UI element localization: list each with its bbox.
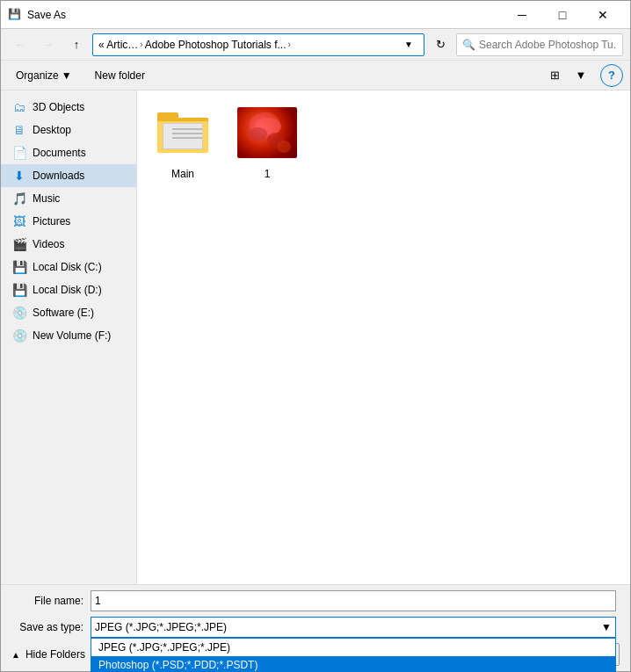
sidebar-label-videos: Videos (33, 238, 64, 250)
sidebar-item-3d-objects[interactable]: 🗂 3D Objects (1, 96, 136, 119)
folder-icon-wrap-main (151, 101, 214, 164)
title-bar-buttons: ─ □ ✕ (502, 1, 623, 29)
file-name-label: File name: (11, 595, 91, 607)
organize-label: Organize (16, 69, 59, 82)
view-mode-button[interactable]: ⊞ (542, 64, 567, 87)
up-button[interactable]: ↑ (64, 33, 89, 56)
new-volume-f-icon: 💿 (11, 328, 27, 343)
address-part2: Adobe Photoshop Tutorials f... (145, 39, 286, 51)
search-icon: 🔍 (462, 39, 475, 51)
file-type-select-container: JPEG (*.JPG;*.JPEG;*.JPE) ▼ JPEG (*.JPG;… (91, 617, 616, 638)
img-overlay-3 (277, 141, 291, 153)
close-button[interactable]: ✕ (583, 1, 623, 29)
back-button[interactable]: ← (8, 33, 33, 56)
address-part1: « Artic… (98, 39, 138, 51)
address-bar[interactable]: « Artic… › Adobe Photoshop Tutorials f..… (92, 33, 424, 56)
type-dropdown-icon: ▼ (601, 621, 612, 633)
file-name-row: File name: (11, 590, 620, 611)
minimize-button[interactable]: ─ (502, 1, 542, 29)
address-sep1: › (140, 40, 142, 49)
new-folder-button[interactable]: New folder (87, 66, 153, 85)
file-type-row: Save as type: JPEG (*.JPG;*.JPEG;*.JPE) … (11, 617, 620, 638)
videos-icon: 🎬 (11, 236, 27, 252)
file-area: Main 1 (137, 90, 630, 584)
sidebar-label-local-d: Local Disk (D:) (33, 284, 102, 296)
sidebar-label-3d-objects: 3D Objects (33, 101, 84, 113)
local-c-icon: 💾 (11, 259, 27, 275)
address-dropdown-button[interactable]: ▼ (399, 35, 418, 54)
desktop-icon: 🖥 (11, 122, 27, 138)
search-input[interactable] (479, 39, 617, 51)
sidebar-item-music[interactable]: 🎵 Music (1, 187, 136, 210)
sidebar-item-pictures[interactable]: 🖼 Pictures (1, 210, 136, 233)
toolbar: ← → ↑ « Artic… › Adobe Photoshop Tutoria… (1, 29, 630, 61)
dialog-icon: 💾 (8, 8, 22, 22)
main-content: 🗂 3D Objects 🖥 Desktop 📄 Documents ⬇ Dow… (1, 90, 630, 584)
sidebar: 🗂 3D Objects 🖥 Desktop 📄 Documents ⬇ Dow… (1, 90, 137, 584)
sidebar-item-documents[interactable]: 📄 Documents (1, 141, 136, 164)
3d-objects-icon: 🗂 (11, 99, 27, 115)
dropdown-list: JPEG (*.JPG;*.JPEG;*.JPE) Photoshop (*.P… (91, 638, 616, 672)
sidebar-item-new-volume-f[interactable]: 💿 New Volume (F:) (1, 324, 136, 347)
address-sep2: › (287, 40, 290, 49)
view-dropdown-button[interactable]: ▼ (569, 64, 593, 87)
hide-folders-label: Hide Folders (25, 648, 85, 661)
search-bar: 🔍 (456, 33, 623, 56)
refresh-button[interactable]: ↻ (428, 33, 453, 56)
sidebar-item-videos[interactable]: 🎬 Videos (1, 233, 136, 256)
organize-chevron-icon: ▼ (62, 69, 72, 82)
save-as-dialog: 💾 Save As ─ □ ✕ ← → ↑ « Artic… › Adobe P… (0, 0, 631, 672)
help-button[interactable]: ? (600, 64, 623, 87)
folder-front (157, 121, 208, 153)
local-d-icon: 💾 (11, 282, 27, 298)
dropdown-item-jpeg[interactable]: JPEG (*.JPG;*.JPEG;*.JPE) (91, 639, 615, 656)
music-icon: 🎵 (11, 191, 27, 206)
current-type-label: JPEG (*.JPG;*.JPEG;*.JPE) (95, 621, 227, 633)
organize-button[interactable]: Organize ▼ (8, 66, 80, 85)
sidebar-label-music: Music (33, 192, 60, 205)
hide-folders-chevron-icon: ▲ (11, 650, 20, 660)
folder-icon-main (157, 112, 208, 153)
file-item-1[interactable]: 1 (232, 101, 302, 180)
organizer-bar: Organize ▼ New folder ⊞ ▼ ? (1, 61, 630, 90)
sidebar-label-new-volume-f: New Volume (F:) (33, 329, 111, 342)
folder-line-2 (172, 133, 202, 134)
dialog-title: Save As (27, 9, 502, 21)
files-grid: Main 1 (148, 101, 620, 180)
downloads-icon: ⬇ (11, 168, 27, 184)
maximize-button[interactable]: □ (542, 1, 583, 29)
folder-lines (172, 128, 202, 141)
file-item-main[interactable]: Main (148, 101, 218, 180)
sidebar-label-local-c: Local Disk (C:) (33, 261, 102, 273)
software-e-icon: 💿 (11, 305, 27, 321)
sidebar-item-local-d[interactable]: 💾 Local Disk (D:) (1, 278, 136, 301)
hide-folders-row[interactable]: ▲ Hide Folders (11, 645, 85, 664)
address-parts: « Artic… › Adobe Photoshop Tutorials f..… (98, 39, 395, 51)
sidebar-item-software-e[interactable]: 💿 Software (E:) (1, 301, 136, 324)
sidebar-item-downloads[interactable]: ⬇ Downloads (1, 164, 136, 187)
file-name-input[interactable] (91, 590, 616, 611)
bottom-area: File name: Save as type: JPEG (*.JPG;*.J… (1, 584, 630, 671)
sidebar-label-desktop: Desktop (33, 124, 71, 136)
save-as-type-label: Save as type: (11, 621, 91, 633)
file-label-1: 1 (265, 168, 271, 180)
folder-paper (163, 123, 203, 149)
sidebar-item-desktop[interactable]: 🖥 Desktop (1, 119, 136, 141)
sidebar-label-software-e: Software (E:) (33, 307, 94, 319)
sidebar-label-pictures: Pictures (33, 215, 70, 228)
sidebar-label-downloads: Downloads (33, 170, 84, 182)
image-icon-wrap-1 (236, 101, 299, 164)
folder-line-3 (172, 137, 202, 139)
title-bar: 💾 Save As ─ □ ✕ (1, 1, 630, 29)
file-label-main: Main (171, 168, 194, 180)
sidebar-item-local-c[interactable]: 💾 Local Disk (C:) (1, 256, 136, 278)
dropdown-item-psd[interactable]: Photoshop (*.PSD;*.PDD;*.PSDT) (91, 656, 615, 672)
image-thumbnail-1 (237, 107, 297, 158)
file-type-display[interactable]: JPEG (*.JPG;*.JPEG;*.JPE) ▼ (91, 617, 616, 638)
documents-icon: 📄 (11, 145, 27, 161)
forward-button[interactable]: → (36, 33, 61, 56)
sidebar-label-documents: Documents (33, 147, 86, 159)
view-toggle: ⊞ ▼ (542, 64, 593, 87)
pictures-icon: 🖼 (11, 213, 27, 229)
folder-line-1 (172, 128, 202, 130)
